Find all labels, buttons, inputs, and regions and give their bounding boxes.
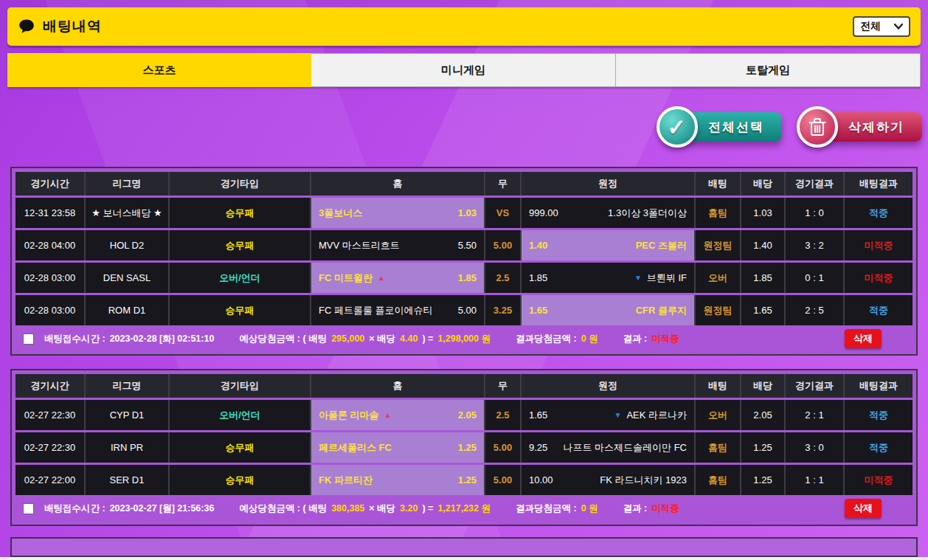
away-odds: 1.40 xyxy=(529,240,547,251)
home-team-name: FK 파르티잔 xyxy=(319,474,373,487)
action-buttons: ✓ 전체선택 삭제하기 xyxy=(664,112,922,142)
select-all-button[interactable]: ✓ 전체선택 xyxy=(664,112,782,142)
slip-checkbox[interactable] xyxy=(23,333,34,345)
total-odds: 4.40 xyxy=(400,333,418,344)
cell-draw: 5.00 xyxy=(485,465,520,495)
delete-slip-button[interactable]: 삭제 xyxy=(845,499,882,518)
expected-payout: 1,217,232 원 xyxy=(437,502,491,515)
result-label: 결과 : xyxy=(623,333,648,345)
cell-match-time: 02-27 22:30 xyxy=(15,432,84,463)
home-odds: 1.25 xyxy=(458,442,477,453)
receipt-time-value: 2023-02-28 [화] 02:51:10 xyxy=(110,333,215,345)
cell-draw: 2.5 xyxy=(485,263,520,293)
trend-down-icon: ▼ xyxy=(634,274,642,282)
col-match-type: 경기타입 xyxy=(170,172,310,196)
page-title: 배팅내역 xyxy=(43,17,102,36)
away-odds: 9.25 xyxy=(529,442,547,453)
filter-select[interactable]: 전체 xyxy=(853,16,910,37)
cell-league: HOL D2 xyxy=(86,230,168,260)
cell-match-time: 12-31 23:58 xyxy=(15,198,84,228)
delete-selected-button[interactable]: 삭제하기 xyxy=(804,112,922,142)
home-odds: 2.05 xyxy=(458,409,477,421)
table-row: 02-28 03:00 DEN SASL 오버/언더 FC 미트윌란▲ 1.85… xyxy=(15,263,913,293)
cell-odds: 1.40 xyxy=(741,230,784,260)
home-team-name: 페르세폴리스 FC xyxy=(319,441,392,454)
table-row: 02-27 22:30 IRN PR 승무패 페르세폴리스 FC 1.25 5.… xyxy=(15,432,913,463)
cell-score: 2 : 5 xyxy=(786,295,843,325)
category-tabs: 스포츠 미니게임 토탈게임 xyxy=(7,53,921,87)
cell-home-selected: 아폴론 리마솔▲ 2.05 xyxy=(311,400,484,430)
cell-draw: 5.00 xyxy=(485,230,520,260)
page-header: 배팅내역 전체 xyxy=(7,7,921,46)
receipt-time-value: 2023-02-27 [월] 21:56:36 xyxy=(110,502,215,515)
result-value: 미적중 xyxy=(651,502,679,515)
cell-draw: 5.00 xyxy=(485,432,520,463)
col-match-time: 경기시간 xyxy=(15,172,84,196)
cell-bet-pick: 원정팀 xyxy=(696,295,740,325)
equals-label: ) = xyxy=(422,333,433,344)
cell-home: FC 페트롤룰 플로이에슈티 5.00 xyxy=(311,295,484,325)
away-team-name: AEK 라르나카 xyxy=(626,409,687,422)
expected-payout: 1,298,000 원 xyxy=(437,333,491,345)
cell-odds: 1.85 xyxy=(741,263,784,293)
times-odds-label: × 배당 xyxy=(369,333,395,345)
tab-minigame[interactable]: 미니게임 xyxy=(311,53,616,87)
tab-totalgame[interactable]: 토탈게임 xyxy=(616,53,921,87)
col-bet-result: 배팅결과 xyxy=(845,172,913,196)
cell-league: ROM D1 xyxy=(86,295,168,325)
tab-sports[interactable]: 스포츠 xyxy=(7,53,311,87)
chat-bubble-icon xyxy=(18,18,35,35)
col-odds: 배당 xyxy=(741,172,784,196)
slip-summary: 배팅접수시간 : 2023-02-28 [화] 02:51:10 예상당첨금액 … xyxy=(15,328,913,350)
cell-match-time: 02-28 03:00 xyxy=(15,263,84,293)
home-odds: 1.85 xyxy=(458,272,477,283)
expected-label: 예상당첨금액 : ( 배팅 xyxy=(239,502,327,515)
cell-match-type: 오버/언더 xyxy=(170,263,310,293)
cell-match-time: 02-27 22:00 xyxy=(15,465,84,495)
trend-up-icon: ▲ xyxy=(384,411,392,419)
col-home: 홈 xyxy=(311,172,484,196)
cell-league: CYP D1 xyxy=(86,400,168,430)
cell-bet-pick: 홈팀 xyxy=(696,198,740,228)
cell-draw: 2.5 xyxy=(485,400,520,430)
cell-match-type: 승무패 xyxy=(170,198,310,228)
table-row: 02-28 03:00 ROM D1 승무패 FC 페트롤룰 플로이에슈티 5.… xyxy=(15,295,913,325)
receipt-time-label: 배팅접수시간 : xyxy=(44,502,105,515)
cell-bet-result: 미적중 xyxy=(845,465,913,495)
cell-score: 2 : 1 xyxy=(786,400,843,430)
cell-score: 0 : 1 xyxy=(786,263,843,293)
col-away: 원정 xyxy=(522,172,694,196)
expected-label: 예상당첨금액 : ( 배팅 xyxy=(239,333,327,345)
result-amount-label: 결과당첨금액 : xyxy=(516,333,577,345)
cell-score: 1 : 0 xyxy=(786,198,843,228)
col-bet-result: 배팅결과 xyxy=(845,374,913,398)
home-team-name: 3폴보너스 xyxy=(319,207,362,220)
cell-bet-result: 적중 xyxy=(845,432,913,463)
cell-bet-result: 미적중 xyxy=(845,230,913,260)
col-match-result: 경기결과 xyxy=(786,374,843,398)
cell-draw: VS xyxy=(485,198,520,228)
col-match-time: 경기시간 xyxy=(15,374,84,398)
cell-home-selected: 3폴보너스 1.03 xyxy=(311,198,484,228)
cell-odds: 1.25 xyxy=(741,432,784,463)
cell-match-time: 02-27 22:30 xyxy=(15,400,84,430)
bet-slip-2: 경기시간 리그명 경기타입 홈 무 원정 배팅 배당 경기결과 배팅결과 02-… xyxy=(10,369,918,526)
cell-away: 1.65 ▼AEK 라르나카 xyxy=(522,400,694,430)
table-header: 경기시간 리그명 경기타입 홈 무 원정 배팅 배당 경기결과 배팅결과 xyxy=(15,374,913,398)
page-bottom-edge xyxy=(0,557,928,560)
cell-match-type: 승무패 xyxy=(170,465,310,495)
slip-checkbox[interactable] xyxy=(23,503,34,514)
away-team-name: 1.3이상 3폴더이상 xyxy=(608,207,687,220)
table-row: 12-31 23:58 ★ 보너스배당 ★ 승무패 3폴보너스 1.03 VS … xyxy=(15,198,913,228)
table-header: 경기시간 리그명 경기타입 홈 무 원정 배팅 배당 경기결과 배팅결과 xyxy=(15,172,913,196)
home-odds: 5.00 xyxy=(458,305,477,316)
cell-away: 10.00 FK 라드니치키 1923 xyxy=(522,465,694,495)
cell-score: 1 : 1 xyxy=(786,465,843,495)
delete-slip-button[interactable]: 삭제 xyxy=(845,329,882,348)
result-label: 결과 : xyxy=(623,502,648,515)
cell-bet-pick: 오버 xyxy=(696,400,740,430)
cell-bet-result: 적중 xyxy=(845,198,913,228)
cell-bet-result: 적중 xyxy=(845,295,913,325)
col-bet: 배팅 xyxy=(696,172,740,196)
col-odds: 배당 xyxy=(741,374,784,398)
